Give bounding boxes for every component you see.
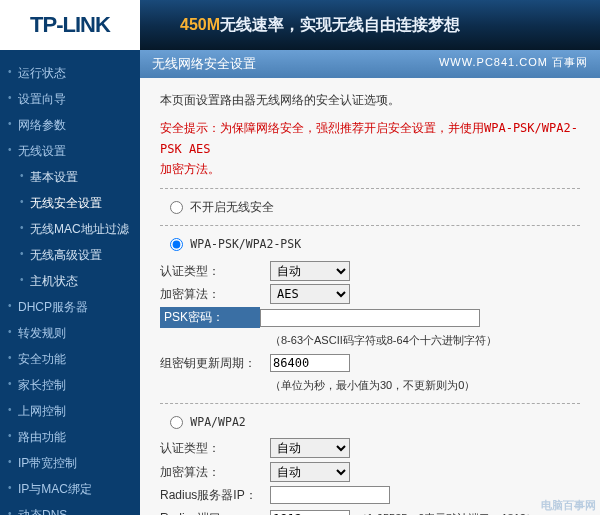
- sidebar-item-7[interactable]: 无线高级设置: [0, 242, 140, 268]
- label-cipher2: 加密算法：: [160, 462, 270, 482]
- row-radius-port: Radius端口： （1-65535，0表示默认端口：1812）: [160, 508, 580, 515]
- select-auth2[interactable]: 自动: [270, 438, 350, 458]
- panel-header: 无线网络安全设置 WWW.PC841.COM 百事网: [140, 50, 600, 78]
- option-wpa[interactable]: WPA/WPA2: [170, 412, 580, 433]
- logo-container: TP-LINK: [0, 0, 140, 50]
- sidebar-item-11[interactable]: 安全功能: [0, 346, 140, 372]
- select-cipher2[interactable]: 自动: [270, 462, 350, 482]
- row-cipher2: 加密算法： 自动: [160, 462, 580, 482]
- warn-prefix: 安全提示：为保障网络安全，强烈推荐开启安全设置，并使用: [160, 121, 484, 135]
- warn-suffix: 加密方法。: [160, 162, 220, 176]
- sidebar-item-6[interactable]: 无线MAC地址过滤: [0, 216, 140, 242]
- sidebar-item-4[interactable]: 基本设置: [0, 164, 140, 190]
- hint-radius-port: （1-65535，0表示默认端口：1812）: [356, 509, 537, 515]
- panel-body: 本页面设置路由器无线网络的安全认证选项。 安全提示：为保障网络安全，强烈推荐开启…: [140, 78, 600, 515]
- divider: [160, 188, 580, 189]
- hint-psk: （8-63个ASCII码字符或8-64个十六进制字符）: [270, 331, 580, 350]
- security-warning: 安全提示：为保障网络安全，强烈推荐开启安全设置，并使用WPA-PSK/WPA2-…: [160, 118, 580, 179]
- sidebar-item-2[interactable]: 网络参数: [0, 112, 140, 138]
- nav-list: 运行状态设置向导网络参数无线设置基本设置无线安全设置无线MAC地址过滤无线高级设…: [0, 60, 140, 515]
- row-radius-ip: Radius服务器IP：: [160, 485, 580, 505]
- hint-rekey: （单位为秒，最小值为30，不更新则为0）: [270, 376, 580, 395]
- input-radius-ip[interactable]: [270, 486, 390, 504]
- sidebar-item-9[interactable]: DHCP服务器: [0, 294, 140, 320]
- radio-wpapsk-label: WPA-PSK/WPA2-PSK: [190, 237, 301, 251]
- slogan-text: 无线速率，实现无线自由连接梦想: [220, 16, 460, 33]
- option-wpapsk[interactable]: WPA-PSK/WPA2-PSK: [170, 234, 580, 255]
- select-cipher[interactable]: AES: [270, 284, 350, 304]
- sidebar-item-16[interactable]: IP与MAC绑定: [0, 476, 140, 502]
- header-slogan: 450M无线速率，实现无线自由连接梦想: [180, 15, 460, 36]
- label-cipher: 加密算法：: [160, 284, 270, 304]
- label-radius-port: Radius端口：: [160, 508, 270, 515]
- label-radius-ip: Radius服务器IP：: [160, 485, 270, 505]
- radio-wpa-label: WPA/WPA2: [190, 415, 245, 429]
- sidebar-item-5[interactable]: 无线安全设置: [0, 190, 140, 216]
- panel-title: 无线网络安全设置: [152, 55, 256, 73]
- sidebar-item-1[interactable]: 设置向导: [0, 86, 140, 112]
- sidebar-item-17[interactable]: 动态DNS: [0, 502, 140, 515]
- sidebar-item-15[interactable]: IP带宽控制: [0, 450, 140, 476]
- input-radius-port[interactable]: [270, 510, 350, 516]
- select-auth[interactable]: 自动: [270, 261, 350, 281]
- radio-wpa[interactable]: [170, 416, 183, 429]
- row-cipher: 加密算法： AES: [160, 284, 580, 304]
- slogan-highlight: 450M: [180, 16, 220, 33]
- radio-none-label: 不开启无线安全: [190, 200, 274, 214]
- sidebar-item-13[interactable]: 上网控制: [0, 398, 140, 424]
- main-layout: 运行状态设置向导网络参数无线设置基本设置无线安全设置无线MAC地址过滤无线高级设…: [0, 50, 600, 515]
- radio-none[interactable]: [170, 201, 183, 214]
- header-watermark: WWW.PC841.COM 百事网: [439, 55, 588, 73]
- label-auth: 认证类型：: [160, 261, 270, 281]
- label-psk: PSK密码：: [160, 307, 260, 327]
- sidebar-item-0[interactable]: 运行状态: [0, 60, 140, 86]
- sidebar-item-14[interactable]: 路由功能: [0, 424, 140, 450]
- sidebar-item-12[interactable]: 家长控制: [0, 372, 140, 398]
- sidebar-item-8[interactable]: 主机状态: [0, 268, 140, 294]
- content-panel: 无线网络安全设置 WWW.PC841.COM 百事网 本页面设置路由器无线网络的…: [140, 50, 600, 515]
- sidebar-item-3[interactable]: 无线设置: [0, 138, 140, 164]
- input-rekey[interactable]: [270, 354, 350, 372]
- row-psk: PSK密码：: [160, 307, 580, 327]
- sidebar-item-10[interactable]: 转发规则: [0, 320, 140, 346]
- option-none[interactable]: 不开启无线安全: [170, 197, 580, 218]
- row-auth: 认证类型： 自动: [160, 261, 580, 281]
- app-header: TP-LINK 450M无线速率，实现无线自由连接梦想: [0, 0, 600, 50]
- nav-sidebar: 运行状态设置向导网络参数无线设置基本设置无线安全设置无线MAC地址过滤无线高级设…: [0, 50, 140, 515]
- divider: [160, 403, 580, 404]
- row-rekey: 组密钥更新周期：: [160, 353, 580, 373]
- label-rekey: 组密钥更新周期：: [160, 353, 270, 373]
- input-psk[interactable]: [260, 309, 480, 327]
- radio-wpapsk[interactable]: [170, 238, 183, 251]
- row-auth2: 认证类型： 自动: [160, 438, 580, 458]
- intro-text: 本页面设置路由器无线网络的安全认证选项。: [160, 90, 580, 110]
- divider: [160, 225, 580, 226]
- brand-logo: TP-LINK: [30, 12, 110, 38]
- label-auth2: 认证类型：: [160, 438, 270, 458]
